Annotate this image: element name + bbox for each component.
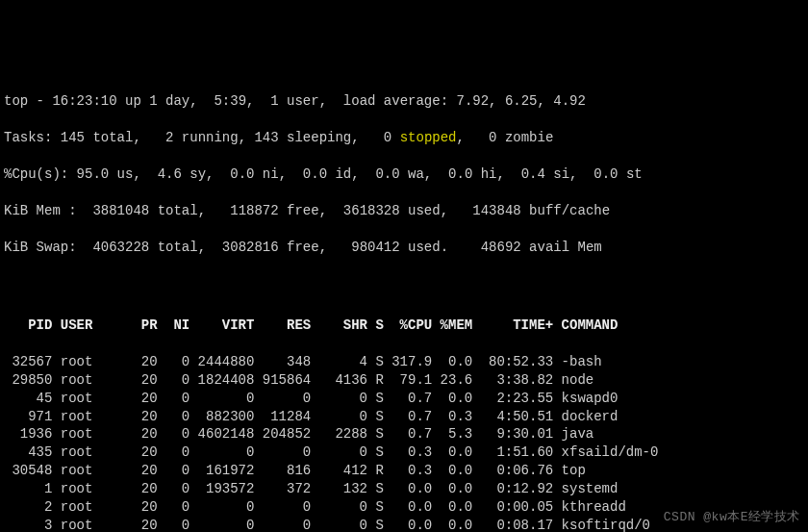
tasks-stopped: stopped [400,130,457,145]
cell-cmd: top [553,462,586,480]
tasks-post: , 0 zombie [456,130,553,145]
cell-ni: 0 [158,498,190,517]
cell-pr: 20 [125,498,158,517]
process-row[interactable]: 1root200193572372132S0.00.00:12.92system… [4,480,804,498]
watermark-text: CSDN @kw本E经学技术 [664,509,800,526]
col-ni: NI [158,317,190,335]
cell-s: S [367,390,384,408]
cell-ni: 0 [158,443,190,462]
cell-time: 80:52.33 [472,353,553,371]
cell-pr: 20 [125,371,158,390]
col-time: TIME+ [472,317,553,335]
cell-pid: 30548 [4,462,52,480]
summary-tasks: Tasks: 145 total, 2 running, 143 sleepin… [4,129,804,147]
cell-res: 372 [254,480,311,498]
cell-mem: 0.0 [432,517,472,532]
cell-cmd: systemd [553,480,618,498]
cell-cmd: xfsaild/dm-0 [553,443,658,462]
cell-cpu: 0.3 [384,462,432,480]
cell-cpu: 0.3 [384,443,432,462]
cell-res: 348 [254,353,311,371]
summary-uptime: top - 16:23:10 up 1 day, 5:39, 1 user, l… [4,92,804,111]
cell-pr: 20 [125,353,158,371]
cell-user: root [52,425,125,443]
cell-virt: 882300 [189,408,254,426]
col-res: RES [254,317,311,335]
process-row[interactable]: 29850root20018244089158644136R79.123.63:… [4,371,804,390]
cell-time: 0:06.76 [472,462,553,480]
col-pr: PR [125,317,158,335]
cell-virt: 0 [189,498,254,517]
cell-s: S [367,480,384,498]
cell-user: root [52,517,125,532]
cell-virt: 193572 [189,480,254,498]
cell-pr: 20 [125,443,158,462]
cell-ni: 0 [158,425,190,443]
cell-shr: 0 [311,443,367,462]
cell-s: R [367,462,384,480]
cell-pid: 1936 [4,425,52,443]
cell-pid: 45 [4,390,52,408]
process-row[interactable]: 30548root200161972816412R0.30.00:06.76to… [4,462,804,480]
cell-mem: 23.6 [432,371,472,390]
cell-shr: 0 [311,517,367,532]
cell-time: 3:38.82 [472,371,553,390]
cell-user: root [52,443,125,462]
cell-virt: 0 [189,390,254,408]
cell-pid: 1 [4,480,52,498]
cell-cmd: kswapd0 [553,390,618,408]
cell-s: S [367,353,384,371]
cell-virt: 2444880 [189,353,254,371]
cell-virt: 0 [189,443,254,462]
cell-res: 915864 [254,371,311,390]
cell-pr: 20 [125,517,158,532]
cell-cpu: 317.9 [384,353,432,371]
cell-res: 0 [254,443,311,462]
cell-virt: 0 [189,517,254,532]
cell-shr: 4 [311,353,367,371]
spacer [4,292,804,298]
col-user: USER [52,317,125,335]
cell-cmd: kthreadd [553,498,626,517]
cell-res: 204852 [254,425,311,443]
process-row[interactable]: 1936root20046021482048522288S0.75.39:30.… [4,425,804,443]
cell-cpu: 0.7 [384,408,432,426]
cell-virt: 1824408 [189,371,254,390]
process-row[interactable]: 971root200882300112840S0.70.34:50.51dock… [4,408,804,426]
cell-s: S [367,443,384,462]
cell-s: S [367,425,384,443]
cell-mem: 0.0 [432,353,472,371]
cell-time: 0:12.92 [472,480,553,498]
cell-res: 0 [254,517,311,532]
cell-cmd: ksoftirqd/0 [553,517,650,532]
summary-cpu: %Cpu(s): 95.0 us, 4.6 sy, 0.0 ni, 0.0 id… [4,165,804,184]
cell-pr: 20 [125,462,158,480]
cell-shr: 0 [311,390,367,408]
cell-res: 0 [254,498,311,517]
cell-ni: 0 [158,408,190,426]
summary-swap: KiB Swap: 4063228 total, 3082816 free, 9… [4,239,804,257]
cell-s: S [367,408,384,426]
cell-ni: 0 [158,353,190,371]
process-row[interactable]: 45root200000S0.70.02:23.55kswapd0 [4,390,804,408]
cell-user: root [52,498,125,517]
summary-mem: KiB Mem : 3881048 total, 118872 free, 36… [4,202,804,220]
process-row[interactable]: 435root200000S0.30.01:51.60xfsaild/dm-0 [4,443,804,462]
cell-cpu: 79.1 [384,371,432,390]
cell-virt: 161972 [189,462,254,480]
cell-mem: 0.0 [432,480,472,498]
col-cpu: %CPU [384,317,432,335]
cell-s: S [367,517,384,532]
cell-shr: 132 [311,480,367,498]
cell-res: 11284 [254,408,311,426]
col-s: S [367,317,384,335]
cell-pid: 435 [4,443,52,462]
process-table-body: 32567root20024448803484S317.90.080:52.33… [4,353,804,532]
cell-user: root [52,408,125,426]
cell-time: 2:23.55 [472,390,553,408]
cell-shr: 0 [311,498,367,517]
cell-pr: 20 [125,480,158,498]
cell-pid: 3 [4,517,52,532]
cell-pr: 20 [125,390,158,408]
process-row[interactable]: 32567root20024448803484S317.90.080:52.33… [4,353,804,371]
